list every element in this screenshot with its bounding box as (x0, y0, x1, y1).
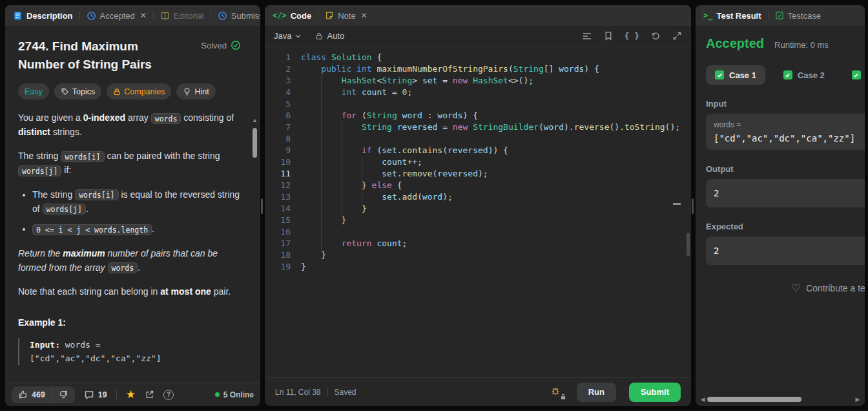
book-icon (160, 11, 170, 21)
description-icon (13, 11, 23, 21)
hint-button[interactable]: Hint (176, 83, 215, 100)
code-line[interactable]: 2 public int maximumNumberOfStringPairs(… (265, 63, 691, 75)
scroll-right-icon[interactable]: ▶ (853, 396, 862, 403)
code-line[interactable]: 15 } (265, 215, 691, 226)
line-number: 6 (265, 110, 291, 121)
input-label: Input (706, 99, 865, 109)
companies-button[interactable]: Companies (107, 83, 171, 100)
code-line[interactable]: 5 (265, 98, 691, 110)
contribute-label: Contribute a testcase (806, 283, 865, 293)
indent-guide (362, 156, 362, 203)
format-code-icon[interactable] (582, 31, 592, 41)
code-line[interactable]: 8 (265, 133, 691, 145)
code-text: String reversed = new StringBuilder(word… (301, 121, 680, 133)
code-text: } (301, 203, 367, 215)
code-line[interactable]: 13 set.add(word); (265, 191, 691, 203)
dislike-button[interactable] (52, 386, 75, 403)
contribute-testcase-link[interactable]: ♡ Contribute a testcase (706, 283, 865, 293)
code-line[interactable]: 11 set.remove(reversed); (265, 168, 691, 180)
case-1-tab[interactable]: Case 1 (706, 65, 765, 85)
cursor-position: Ln 11, Col 38 (275, 388, 321, 397)
editor-scrollbar-thumb[interactable] (687, 233, 690, 256)
save-status: Saved (335, 388, 356, 397)
debugger-button[interactable] (551, 386, 564, 399)
tab-label: Note (338, 11, 355, 21)
indent-guide (321, 75, 322, 249)
horizontal-scrollbar[interactable]: ◀ ▶ (698, 395, 862, 403)
like-button[interactable]: 469 (12, 386, 52, 403)
code-line[interactable]: 1class Solution { (265, 52, 691, 63)
submit-button[interactable]: Submit (629, 383, 681, 402)
result-tab-bar: >_ Test Result Testcase (696, 5, 865, 26)
tab-note[interactable]: Note ✕ (325, 11, 367, 21)
code-text: } (301, 249, 326, 261)
share-button[interactable] (145, 390, 154, 399)
code-line[interactable]: 18 } (265, 249, 691, 261)
code-line[interactable]: 17 return count; (265, 238, 691, 249)
run-button[interactable]: Run (577, 383, 616, 402)
fullscreen-icon[interactable] (672, 31, 682, 41)
panel-resize-handle[interactable] (261, 198, 263, 214)
code-line[interactable]: 9 if (set.contains(reversed)) { (265, 145, 691, 156)
snippets-icon[interactable]: { } (625, 31, 639, 41)
tab-test-result[interactable]: >_ Test Result (703, 11, 761, 21)
code-line[interactable]: 10 count++; (265, 156, 691, 168)
reset-code-icon[interactable] (651, 31, 661, 41)
case-label: Case 2 (798, 70, 825, 80)
code-line[interactable]: 4 int count = 0; (265, 87, 691, 98)
code-line[interactable]: 7 String reversed = new StringBuilder(wo… (265, 121, 691, 133)
line-number: 9 (265, 145, 291, 156)
tab-code[interactable]: </> Code (273, 11, 311, 21)
scrollbar-track[interactable] (707, 397, 853, 402)
language-selector[interactable]: Java (274, 31, 301, 41)
topics-button[interactable]: Topics (54, 83, 101, 100)
horizontal-scrollbar-thumb[interactable] (707, 397, 801, 402)
editor-toolbar: Java Auto { } (265, 26, 691, 47)
panel-resize-handle[interactable] (692, 198, 694, 214)
bookmark-icon[interactable] (604, 31, 613, 41)
input-value: ["cd","ac","dc","ca","zz"] (714, 133, 865, 143)
code-line[interactable]: 14 } (265, 203, 691, 215)
help-button[interactable]: ? (163, 390, 174, 400)
code-line[interactable]: 16 (265, 226, 691, 238)
difficulty-badge[interactable]: Easy (18, 83, 49, 100)
scroll-up-icon[interactable]: ▲ (252, 118, 258, 123)
case-2-tab[interactable]: Case 2 (774, 65, 834, 85)
expected-label: Expected (706, 222, 865, 231)
tab-submissions[interactable]: Submissions (218, 11, 260, 21)
vote-group: 469 (12, 386, 75, 403)
line-number: 17 (265, 238, 291, 249)
line-number: 11 (265, 168, 291, 180)
case-3-tab[interactable]: Case 3 (843, 65, 865, 85)
code-line[interactable]: 12 } else { (265, 180, 691, 191)
line-number: 12 (265, 180, 291, 191)
line-number: 7 (265, 121, 291, 133)
star-icon[interactable]: ★ (126, 389, 136, 400)
language-label: Java (274, 31, 291, 41)
line-number: 10 (265, 156, 291, 168)
code-line[interactable]: 3 HashSet<String> set = new HashSet<>(); (265, 75, 691, 87)
auto-toggle[interactable]: Auto (315, 31, 344, 41)
vertical-scrollbar-thumb[interactable] (253, 128, 257, 158)
code-line[interactable]: 6 for (String word : words) { (265, 110, 691, 121)
code-text: } (301, 261, 306, 273)
input-block[interactable]: words = ["cd","ac","dc","ca","zz"] (706, 114, 865, 150)
case-label: Case 1 (729, 70, 756, 80)
comments-button[interactable]: 19 (84, 390, 107, 400)
tab-description[interactable]: Description (13, 11, 73, 21)
history-clock-icon (87, 11, 96, 21)
tab-accepted[interactable]: Accepted ✕ (87, 11, 147, 21)
description-bullet: 0 <= i < j < words.length. (32, 222, 241, 237)
editor-tab-bar: </> Code Note ✕ (265, 5, 691, 26)
close-icon[interactable]: ✕ (140, 11, 147, 20)
line-number: 14 (265, 203, 291, 215)
code-line[interactable]: 19} (265, 261, 691, 273)
lightbulb-icon (183, 87, 191, 96)
tab-editorial[interactable]: Editorial (160, 11, 204, 21)
line-number: 4 (265, 87, 291, 98)
code-editor[interactable]: 1class Solution {2 public int maximumNum… (265, 47, 691, 377)
tab-testcase[interactable]: Testcase (775, 11, 821, 21)
scroll-left-icon[interactable]: ◀ (698, 396, 707, 403)
online-dot-icon (215, 392, 220, 397)
close-icon[interactable]: ✕ (361, 11, 367, 20)
